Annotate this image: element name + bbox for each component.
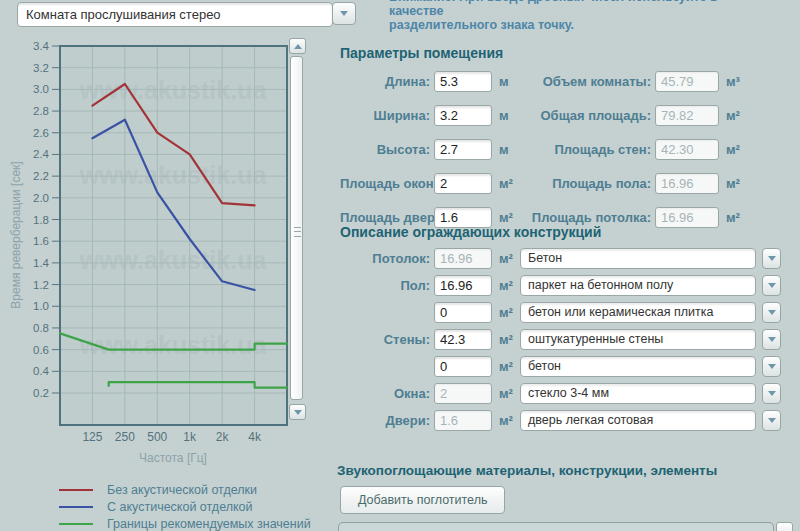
windows-area-label: Площадь окон: bbox=[340, 176, 430, 191]
add-absorber-button[interactable]: Добавить поглотитель bbox=[340, 486, 505, 514]
floor-area-input[interactable] bbox=[434, 275, 492, 296]
doors-label: Двери: bbox=[340, 413, 430, 428]
doors-material-value: дверь легкая сотовая bbox=[528, 413, 653, 427]
red-line-swatch bbox=[59, 489, 93, 491]
svg-text:0.6: 0.6 bbox=[33, 344, 49, 356]
windows-area-input[interactable] bbox=[434, 173, 492, 194]
walls2-material-select[interactable]: бетон bbox=[520, 356, 756, 377]
windows-material-value: стекло 3-4 мм bbox=[528, 386, 609, 400]
room-type-select-button[interactable] bbox=[332, 2, 356, 25]
unit-label: м² bbox=[726, 142, 744, 157]
chevron-down-icon bbox=[768, 418, 776, 423]
construction-row-floor2: м² бетон или керамическая плитка bbox=[340, 301, 781, 323]
width-input[interactable] bbox=[434, 105, 492, 126]
length-label: Длина: bbox=[340, 74, 430, 89]
scroll-up-button[interactable] bbox=[289, 38, 306, 54]
floor2-area-input[interactable] bbox=[434, 302, 492, 323]
ceiling-material-value: Бетон bbox=[528, 251, 562, 265]
svg-text:2k: 2k bbox=[216, 430, 230, 444]
unit-label: м² bbox=[726, 108, 744, 123]
volume-value bbox=[655, 71, 719, 92]
walls2-area-input[interactable] bbox=[434, 356, 492, 377]
unit-label: м² bbox=[499, 278, 517, 293]
windows-material-select[interactable]: стекло 3-4 мм bbox=[520, 383, 756, 404]
unit-label: м² bbox=[726, 210, 744, 225]
svg-text:1.4: 1.4 bbox=[33, 257, 50, 269]
doors-area-input bbox=[434, 410, 492, 431]
length-input[interactable] bbox=[434, 71, 492, 92]
floor2-material-select[interactable]: бетон или керамическая плитка bbox=[520, 302, 756, 323]
walls-area-input[interactable] bbox=[434, 329, 492, 350]
svg-text:3.2: 3.2 bbox=[33, 62, 49, 74]
svg-text:www.akustik.ua: www.akustik.ua bbox=[79, 161, 268, 189]
doors-material-select[interactable]: дверь легкая сотовая bbox=[520, 410, 756, 431]
construction-row-walls2: м² бетон bbox=[340, 355, 781, 377]
absorbers-title: Звукопоглощающие материалы, конструкции,… bbox=[337, 463, 717, 478]
chevron-down-icon bbox=[768, 283, 776, 288]
walls-material-select[interactable]: оштукатуренные стены bbox=[520, 329, 756, 350]
svg-text:3.4: 3.4 bbox=[33, 40, 50, 52]
instruction-line2: разделительного знака точку. bbox=[389, 18, 769, 32]
svg-text:250: 250 bbox=[115, 430, 135, 444]
windows-area-input bbox=[434, 383, 492, 404]
scrollbar-track[interactable] bbox=[290, 56, 303, 400]
chevron-down-icon bbox=[768, 364, 776, 369]
blue-line-swatch bbox=[59, 506, 93, 508]
windows-material-select-button[interactable] bbox=[762, 383, 781, 404]
chevron-down-icon bbox=[768, 256, 776, 261]
svg-text:Время реверберации [сек]: Время реверберации [сек] bbox=[9, 161, 23, 308]
unit-label: м² bbox=[499, 386, 517, 401]
scrollbar-grip[interactable] bbox=[294, 227, 301, 237]
svg-text:www.akustik.ua: www.akustik.ua bbox=[79, 76, 268, 104]
absorber-list-panel bbox=[338, 522, 774, 531]
height-input[interactable] bbox=[434, 139, 492, 160]
construction-row-floor: Пол: м² паркет на бетонном полу bbox=[340, 274, 781, 296]
windows-label: Окна: bbox=[340, 386, 430, 401]
unit-label: м² bbox=[499, 359, 517, 374]
room-params-title: Параметры помещения bbox=[340, 45, 503, 61]
doors-material-select-button[interactable] bbox=[762, 410, 781, 431]
svg-text:2.4: 2.4 bbox=[33, 148, 50, 160]
unit-label: м² bbox=[499, 176, 517, 191]
constructions-title: Описание ограждающих конструкций bbox=[340, 224, 601, 240]
unit-label: м² bbox=[499, 251, 517, 266]
wall-area-label: Площадь стен: bbox=[519, 142, 651, 157]
doors-area-label: Площадь дверей: bbox=[340, 210, 430, 225]
volume-label: Объем комнаты: bbox=[519, 74, 651, 89]
walls-material-select-button[interactable] bbox=[762, 329, 781, 350]
ceiling-label: Потолок: bbox=[340, 251, 430, 266]
ceiling-area-value bbox=[655, 207, 719, 228]
chart-scrollbar[interactable] bbox=[289, 38, 306, 420]
param-row-windows-floorarea: Площадь окон: м² Площадь пола: м² bbox=[340, 172, 744, 194]
unit-label: м bbox=[499, 74, 517, 89]
floor-material-select[interactable]: паркет на бетонном полу bbox=[520, 275, 756, 296]
svg-text:2.6: 2.6 bbox=[33, 127, 49, 139]
svg-text:0.2: 0.2 bbox=[33, 387, 49, 399]
construction-row-windows: Окна: м² стекло 3-4 мм bbox=[340, 382, 781, 404]
svg-text:0.4: 0.4 bbox=[33, 365, 50, 377]
svg-text:3.0: 3.0 bbox=[33, 83, 49, 95]
floor-area-value bbox=[655, 173, 719, 194]
floor-material-value: паркет на бетонном полу bbox=[528, 278, 673, 292]
walls2-material-select-button[interactable] bbox=[762, 356, 781, 377]
walls-label: Стены: bbox=[340, 332, 430, 347]
unit-label: м² bbox=[499, 210, 517, 225]
param-row-height-wallarea: Высота: м Площадь стен: м² bbox=[340, 138, 744, 160]
svg-text:Частота [Гц]: Частота [Гц] bbox=[139, 451, 207, 465]
floor2-material-value: бетон или керамическая плитка bbox=[528, 305, 713, 319]
floor-label: Пол: bbox=[340, 278, 430, 293]
floor2-material-select-button[interactable] bbox=[762, 302, 781, 323]
scroll-down-button[interactable] bbox=[289, 404, 306, 420]
unit-label: м bbox=[499, 142, 517, 157]
absorber-panel-button[interactable] bbox=[776, 522, 793, 531]
svg-text:2.2: 2.2 bbox=[33, 170, 49, 182]
floor-material-select-button[interactable] bbox=[762, 275, 781, 296]
svg-text:2.8: 2.8 bbox=[33, 105, 49, 117]
unit-label: м² bbox=[499, 305, 517, 320]
floor-area-label: Площадь пола: bbox=[519, 176, 651, 191]
svg-text:1.0: 1.0 bbox=[33, 300, 49, 312]
ceiling-material-select-button[interactable] bbox=[762, 248, 781, 269]
construction-row-ceiling: Потолок: м² Бетон bbox=[340, 247, 781, 269]
room-type-select[interactable]: Комната прослушивания стерео bbox=[17, 2, 333, 27]
ceiling-material-select[interactable]: Бетон bbox=[520, 248, 756, 269]
